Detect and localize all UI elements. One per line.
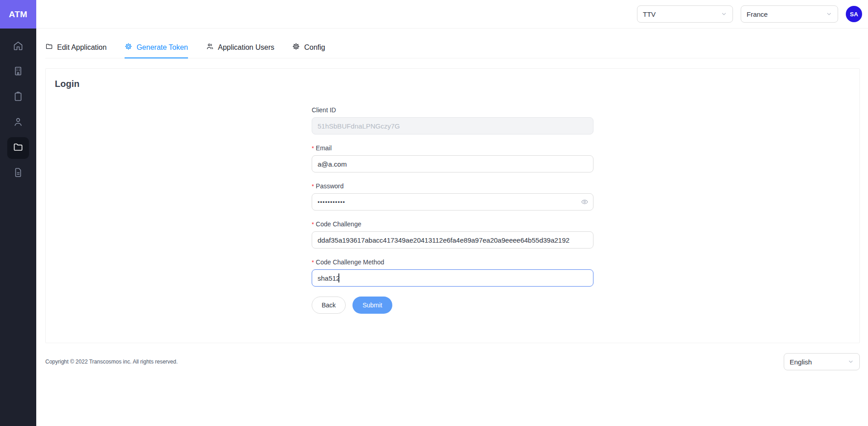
tab-bar: Edit Application Generate Token Applicat… — [45, 38, 860, 58]
building-icon — [13, 66, 24, 78]
code-challenge-method-field: * Code Challenge Method — [312, 258, 593, 287]
language-select[interactable]: English — [784, 353, 860, 370]
client-id-input — [312, 117, 593, 134]
tab-label: Edit Application — [57, 43, 106, 52]
sidebar-nav — [0, 29, 36, 184]
tab-edit-application[interactable]: Edit Application — [45, 38, 106, 58]
language-select-value: English — [790, 358, 812, 366]
required-marker: * — [312, 145, 314, 152]
eye-icon[interactable] — [581, 198, 588, 206]
sidebar-item-home[interactable] — [7, 36, 29, 57]
login-form: Client ID * Email * — [312, 106, 593, 314]
clipboard-icon — [13, 91, 24, 104]
form-actions: Back Submit — [312, 297, 593, 314]
user-avatar[interactable]: SA — [846, 6, 862, 22]
email-field: * Email — [312, 144, 593, 172]
code-challenge-method-input-wrap — [312, 269, 593, 287]
content: Edit Application Generate Token Applicat… — [36, 29, 868, 426]
sidebar-item-users[interactable] — [7, 112, 29, 134]
back-button[interactable]: Back — [312, 297, 346, 314]
required-marker: * — [312, 183, 314, 190]
users-icon — [206, 43, 214, 52]
application-select-value: TTV — [643, 10, 656, 18]
code-challenge-label: * Code Challenge — [312, 220, 593, 228]
required-marker: * — [312, 259, 314, 266]
app-root: ATM TTV — [0, 0, 868, 426]
sidebar-item-tasks[interactable] — [7, 86, 29, 108]
client-id-field: Client ID — [312, 106, 593, 134]
password-label: * Password — [312, 182, 593, 190]
submit-button[interactable]: Submit — [352, 297, 392, 314]
code-challenge-field: * Code Challenge — [312, 220, 593, 249]
tab-generate-token[interactable]: Generate Token — [125, 38, 188, 58]
text-caret — [338, 273, 339, 282]
tab-label: Config — [304, 43, 325, 52]
gear-icon — [292, 43, 300, 52]
client-id-label: Client ID — [312, 106, 593, 114]
chevron-down-icon — [848, 359, 854, 365]
required-marker: * — [312, 221, 314, 228]
password-input[interactable] — [312, 193, 593, 211]
chevron-down-icon — [721, 11, 727, 17]
gear-icon — [125, 43, 132, 52]
code-challenge-method-label: * Code Challenge Method — [312, 258, 593, 266]
chevron-down-icon — [826, 11, 832, 17]
page-title: Login — [55, 79, 850, 89]
field-label-text: Password — [316, 182, 343, 190]
sidebar: ATM — [0, 0, 36, 426]
email-input[interactable] — [312, 155, 593, 172]
sidebar-item-reports[interactable] — [7, 163, 29, 184]
sidebar-item-applications[interactable] — [7, 137, 29, 159]
sidebar-item-organization[interactable] — [7, 61, 29, 83]
user-icon — [13, 116, 24, 129]
tab-application-users[interactable]: Application Users — [206, 38, 275, 58]
login-card: Login Client ID * Email — [45, 68, 860, 343]
main-area: TTV France SA Edit Application Generate … — [36, 0, 868, 426]
document-icon — [13, 167, 24, 180]
app-logo: ATM — [0, 0, 36, 29]
field-label-text: Code Challenge Method — [316, 258, 384, 266]
password-input-wrap — [312, 193, 593, 211]
folder-icon — [45, 43, 53, 52]
tab-label: Generate Token — [136, 43, 188, 52]
footer: Copyright © 2022 Transcosmos inc. All ri… — [45, 353, 860, 370]
top-header: TTV France SA — [36, 0, 868, 29]
tab-config[interactable]: Config — [292, 38, 325, 58]
tab-label: Application Users — [218, 43, 275, 52]
code-challenge-method-input[interactable] — [312, 269, 593, 287]
field-label-text: Code Challenge — [316, 220, 361, 228]
email-label: * Email — [312, 144, 593, 152]
country-select[interactable]: France — [741, 5, 838, 23]
home-icon — [13, 40, 24, 53]
password-field: * Password — [312, 182, 593, 211]
copyright-text: Copyright © 2022 Transcosmos inc. All ri… — [45, 359, 178, 365]
application-select[interactable]: TTV — [637, 5, 733, 23]
field-label-text: Client ID — [312, 106, 336, 114]
folder-icon — [13, 142, 24, 154]
field-label-text: Email — [316, 144, 332, 152]
country-select-value: France — [747, 10, 768, 18]
code-challenge-input[interactable] — [312, 231, 593, 249]
